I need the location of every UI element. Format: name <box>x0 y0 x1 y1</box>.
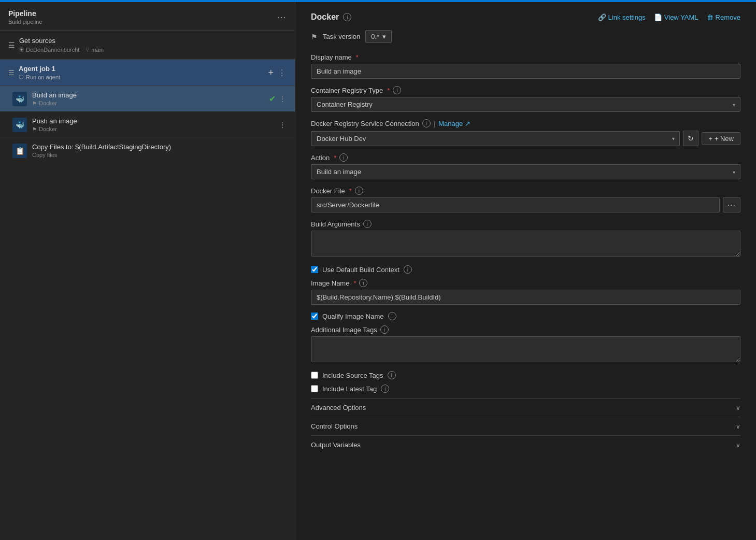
docker-file-section: Docker File * i ··· <box>311 187 740 212</box>
additional-image-tags-info-icon[interactable]: i <box>380 325 389 334</box>
docker-file-row: ··· <box>311 197 740 212</box>
step-right-push: ⋮ <box>279 121 287 129</box>
new-label: + New <box>715 135 734 143</box>
docker-build-icon: 🐳 <box>12 92 27 106</box>
step-title: Build an image <box>32 91 77 99</box>
main-layout: Pipeline Build pipeline ⋯ ☰ Get sources … <box>0 2 756 540</box>
build-arguments-label: Build Arguments i <box>311 220 740 228</box>
task-version-flag-icon: ⚑ <box>311 33 318 41</box>
copy-files-icon: 📋 <box>12 144 27 158</box>
pipe-separator: | <box>434 120 435 127</box>
task-version-chevron: ▾ <box>382 33 386 40</box>
docker-file-browse-button[interactable]: ··· <box>723 197 740 212</box>
additional-image-tags-section: Additional Image Tags i <box>311 325 740 364</box>
remove-button[interactable]: 🗑 Remove <box>707 13 740 21</box>
agent-job-info: Agent job 1 ⬡ Run on agent <box>19 65 60 80</box>
container-registry-info-icon[interactable]: i <box>393 86 401 94</box>
pipeline-header: Pipeline Build pipeline ⋯ <box>0 2 295 31</box>
repo-icon: ⊞ <box>19 46 24 53</box>
image-name-section: Image Name * i <box>311 279 740 305</box>
get-sources-item[interactable]: ☰ Get sources ⊞ DeDenDannenburcht ⑂ main <box>0 31 295 60</box>
build-arguments-info-icon[interactable]: i <box>363 220 372 228</box>
action-info-icon[interactable]: i <box>339 153 348 162</box>
agent-job-menu-button[interactable]: ⋮ <box>278 68 287 78</box>
copy-step-sub: Copy files <box>32 152 171 158</box>
control-options-chevron: ∨ <box>736 423 740 430</box>
check-icon: ✔ <box>269 94 276 104</box>
get-sources-meta: ⊞ DeDenDannenburcht ⑂ main <box>19 46 104 53</box>
qualify-image-name-checkbox[interactable] <box>311 312 318 320</box>
display-name-section: Display name * <box>311 53 740 79</box>
step-left: 🐳 Build an image ⚑ Docker <box>12 91 77 106</box>
refresh-button[interactable]: ↻ <box>683 131 698 146</box>
pipeline-menu-button[interactable]: ⋯ <box>277 11 287 23</box>
flag-icon: ⚑ <box>32 126 37 132</box>
include-source-tags-row: Include Source Tags i <box>311 371 740 379</box>
advanced-options-title: Advanced Options <box>311 404 366 411</box>
output-variables-title: Output Variables <box>311 441 361 449</box>
display-name-input[interactable] <box>311 64 740 79</box>
task-version-label: Task version <box>323 33 360 40</box>
copy-files-step[interactable]: 📋 Copy Files to: $(Build.ArtifactStaging… <box>0 138 295 163</box>
service-connection-info-icon[interactable]: i <box>422 119 431 127</box>
docker-file-info-icon[interactable]: i <box>355 187 363 195</box>
push-step-menu-button[interactable]: ⋮ <box>279 121 287 129</box>
docker-info-icon[interactable]: i <box>343 13 351 21</box>
pipeline-title: Pipeline <box>8 9 42 18</box>
use-default-build-context-row: Use Default Build Context i <box>311 265 740 274</box>
get-sources-info: Get sources ⊞ DeDenDannenburcht ⑂ main <box>19 37 104 53</box>
image-name-input[interactable] <box>311 290 740 305</box>
include-source-tags-checkbox[interactable] <box>311 372 318 379</box>
repo-name: DeDenDannenburcht <box>26 47 79 53</box>
step-sub: ⚑ Docker <box>32 100 77 106</box>
include-latest-tag-checkbox[interactable] <box>311 385 318 392</box>
advanced-options-chevron: ∨ <box>736 404 740 411</box>
build-arguments-textarea[interactable] <box>311 231 740 257</box>
docker-file-input[interactable] <box>311 197 720 212</box>
build-arguments-section: Build Arguments i <box>311 220 740 258</box>
service-connection-label-row: Docker Registry Service Connection i | M… <box>311 119 740 127</box>
step-sub: ⚑ Docker <box>32 126 77 132</box>
view-yaml-button[interactable]: 📄 View YAML <box>654 13 698 21</box>
manage-link[interactable]: Manage ↗ <box>438 120 470 127</box>
output-variables-header[interactable]: Output Variables ∨ <box>311 435 740 454</box>
agent-job-header[interactable]: ☰ Agent job 1 ⬡ Run on agent + ⋮ <box>0 60 295 86</box>
pipeline-title-block: Pipeline Build pipeline <box>8 9 42 25</box>
include-latest-tag-label[interactable]: Include Latest Tag <box>322 385 377 393</box>
service-connection-select[interactable]: Docker Hub Dev <box>311 131 680 146</box>
agent-job-right: + ⋮ <box>268 67 287 78</box>
agent-icon: ⬡ <box>19 74 24 80</box>
use-default-build-context-label[interactable]: Use Default Build Context <box>322 266 400 274</box>
image-name-info-icon[interactable]: i <box>359 279 367 287</box>
advanced-options-header[interactable]: Advanced Options ∨ <box>311 398 740 417</box>
step-menu-button[interactable]: ⋮ <box>279 95 287 103</box>
include-source-tags-info-icon[interactable]: i <box>388 371 396 379</box>
output-variables-chevron: ∨ <box>736 442 740 449</box>
include-latest-tag-info-icon[interactable]: i <box>381 385 389 393</box>
include-source-tags-label[interactable]: Include Source Tags <box>322 372 383 379</box>
container-registry-type-select[interactable]: Container Registry Azure Container Regis… <box>311 97 740 112</box>
action-select[interactable]: Build an image Push an image Run an imag… <box>311 164 740 179</box>
control-options-header[interactable]: Control Options ∨ <box>311 417 740 435</box>
hamburger-icon: ☰ <box>8 41 15 49</box>
display-name-required: * <box>356 53 359 61</box>
new-connection-button[interactable]: + + New <box>702 132 740 145</box>
push-image-step[interactable]: 🐳 Push an image ⚑ Docker ⋮ <box>0 112 295 138</box>
action-label: Action * i <box>311 153 740 162</box>
plus-icon: + <box>708 135 712 143</box>
qualify-image-name-label[interactable]: Qualify Image Name <box>322 312 384 320</box>
task-version-row: ⚑ Task version 0.* ▾ <box>311 30 740 43</box>
step-right: ✔ ⋮ <box>269 94 287 104</box>
use-default-build-context-checkbox[interactable] <box>311 266 318 273</box>
qualify-image-name-info-icon[interactable]: i <box>388 312 396 320</box>
agent-job-sub: ⬡ Run on agent <box>19 74 60 80</box>
task-version-select[interactable]: 0.* ▾ <box>365 30 392 43</box>
display-name-label: Display name * <box>311 53 740 61</box>
additional-image-tags-textarea[interactable] <box>311 336 740 362</box>
link-settings-button[interactable]: 🔗 Link settings <box>598 13 646 21</box>
container-registry-type-section: Container Registry Type * i Container Re… <box>311 86 740 112</box>
build-image-step[interactable]: 🐳 Build an image ⚑ Docker ✔ ⋮ <box>0 86 295 112</box>
add-task-button[interactable]: + <box>268 67 274 78</box>
task-version-value: 0.* <box>371 33 379 40</box>
use-default-build-context-info-icon[interactable]: i <box>404 265 412 274</box>
